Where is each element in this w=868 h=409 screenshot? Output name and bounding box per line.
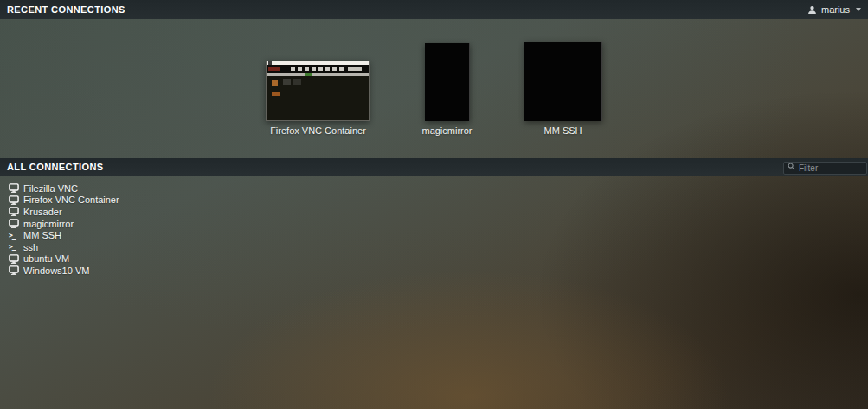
user-menu[interactable]: marius	[807, 4, 861, 15]
all-connections-title: ALL CONNECTIONS	[7, 162, 104, 172]
recent-connection-label: Firefox VNC Container	[270, 125, 366, 136]
connection-name: Windows10 VM	[23, 265, 89, 276]
connection-thumbnail[interactable]	[266, 61, 370, 121]
monitor-icon	[9, 219, 23, 228]
connection-name: magicmirror	[23, 219, 74, 229]
recent-connection-label: MM SSH	[544, 125, 582, 136]
recent-connection[interactable]: MM SSH	[524, 42, 602, 136]
connection-row[interactable]: >_ssh	[9, 241, 48, 253]
page-title: RECENT CONNECTIONS	[7, 4, 125, 15]
monitor-icon	[9, 207, 23, 216]
connection-row[interactable]: Firefox VNC Container	[9, 195, 130, 207]
top-bar: RECENT CONNECTIONS marius	[0, 0, 868, 19]
connection-thumbnail[interactable]	[425, 43, 470, 121]
connection-row[interactable]: magicmirror	[9, 218, 84, 230]
connection-name: Krusader	[23, 207, 62, 217]
recent-connection[interactable]: Firefox VNC Container	[266, 61, 370, 136]
connection-thumbnail[interactable]	[524, 42, 602, 121]
recent-connection-label: magicmirror	[421, 125, 472, 136]
connection-name: Filezilla VNC	[23, 183, 78, 194]
connection-list: Filezilla VNCFirefox VNC ContainerKrusad…	[0, 176, 868, 277]
connection-row[interactable]: ubuntu VM	[9, 253, 80, 265]
monitor-icon	[9, 183, 23, 193]
filter-box	[783, 159, 867, 175]
filter-input[interactable]	[783, 162, 867, 175]
all-connections-bar: ALL CONNECTIONS	[0, 158, 868, 176]
user-icon	[807, 5, 817, 15]
user-name: marius	[821, 4, 850, 15]
connection-row[interactable]: >_MM SSH	[9, 229, 72, 241]
chevron-down-icon	[856, 8, 861, 11]
recent-connection[interactable]: magicmirror	[421, 43, 472, 136]
guacamole-home: { "header": { "title": "RECENT CONNECTIO…	[0, 0, 868, 409]
connection-name: ubuntu VM	[23, 253, 69, 264]
connection-name: ssh	[23, 242, 38, 252]
terminal-icon: >_	[9, 243, 23, 251]
monitor-icon	[9, 265, 23, 275]
connection-row[interactable]: Windows10 VM	[9, 265, 100, 277]
terminal-icon: >_	[9, 243, 16, 251]
connection-row[interactable]: Krusader	[9, 206, 73, 218]
connection-name: MM SSH	[23, 230, 61, 240]
connection-row[interactable]: Filezilla VNC	[9, 182, 88, 195]
monitor-icon	[9, 254, 23, 264]
terminal-icon: >_	[9, 232, 23, 240]
connection-name: Firefox VNC Container	[23, 195, 119, 205]
recent-connections-section: Firefox VNC ContainermagicmirrorMM SSH	[0, 19, 868, 158]
terminal-icon: >_	[9, 232, 16, 240]
monitor-icon	[9, 195, 23, 205]
